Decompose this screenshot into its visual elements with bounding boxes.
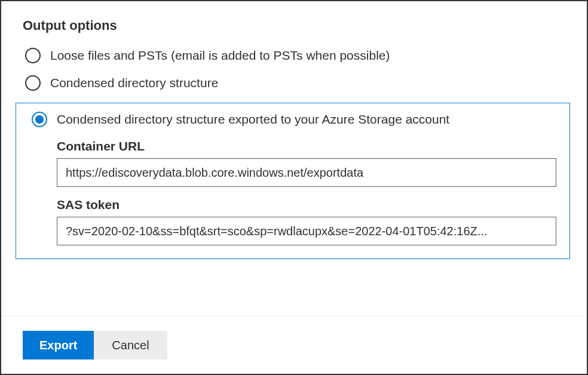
radio-checked-icon xyxy=(32,112,47,127)
radio-option-azure[interactable]: Condensed directory structure exported t… xyxy=(24,112,561,127)
export-button[interactable]: Export xyxy=(23,331,94,359)
footer-actions: Export Cancel xyxy=(1,316,587,374)
radio-label: Condensed directory structure xyxy=(50,76,218,90)
radio-unchecked-icon xyxy=(25,48,41,63)
radio-option-loose-files[interactable]: Loose files and PSTs (email is added to … xyxy=(23,48,565,63)
radio-dot-icon xyxy=(35,115,44,124)
radio-label: Condensed directory structure exported t… xyxy=(57,112,449,127)
cancel-button[interactable]: Cancel xyxy=(94,331,167,359)
sas-token-label: SAS token xyxy=(57,198,556,212)
sas-token-group: SAS token xyxy=(57,198,556,245)
radio-label: Loose files and PSTs (email is added to … xyxy=(50,48,390,63)
radio-unchecked-icon xyxy=(25,75,41,91)
container-url-input[interactable] xyxy=(57,158,556,187)
container-url-group: Container URL xyxy=(57,139,556,187)
container-url-label: Container URL xyxy=(57,139,556,153)
radio-option-condensed[interactable]: Condensed directory structure xyxy=(23,75,565,91)
sas-token-input[interactable] xyxy=(57,217,556,245)
selected-option-container: Condensed directory structure exported t… xyxy=(16,103,570,259)
section-title: Output options xyxy=(23,18,565,33)
